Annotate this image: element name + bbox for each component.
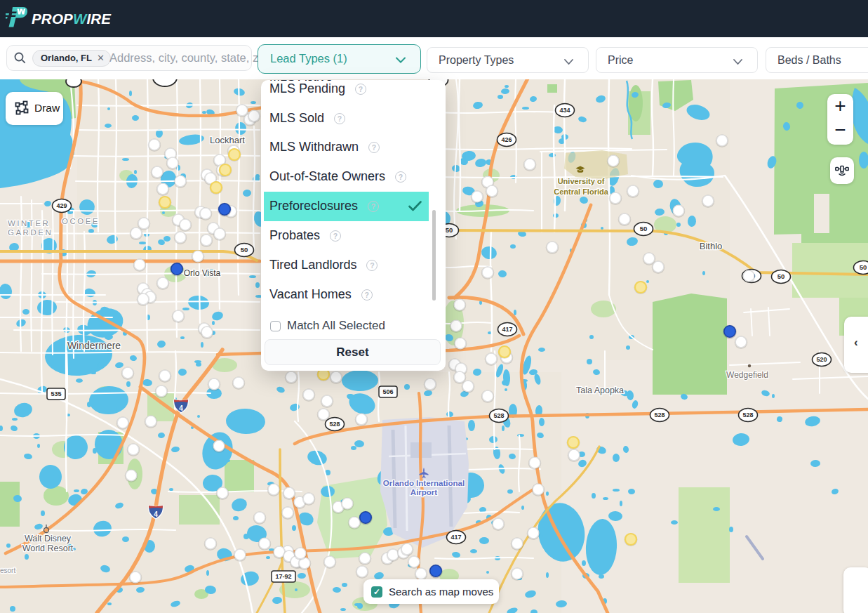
svg-text:Walt Disney: Walt Disney [25,534,72,543]
svg-text:50: 50 [241,246,248,253]
svg-text:50: 50 [777,272,785,280]
svg-text:Orlo Vista: Orlo Vista [184,268,221,278]
svg-text:528: 528 [329,421,340,428]
svg-text:OCOEE: OCOEE [62,217,100,225]
svg-text:University of: University of [558,177,605,185]
svg-text:429: 429 [56,202,67,209]
svg-text:Bithlo: Bithlo [700,241,723,251]
svg-text:50: 50 [640,225,648,232]
svg-text:520: 520 [816,356,827,363]
svg-text:GARDEN: GARDEN [8,228,53,237]
svg-text:535: 535 [51,390,61,397]
svg-text:528: 528 [654,411,665,418]
svg-text:Wedgefield: Wedgefield [726,370,768,380]
svg-text:Airport: Airport [410,488,438,496]
svg-text:Lockhart: Lockhart [210,135,245,145]
svg-text:Tala Apopka: Tala Apopka [576,385,624,395]
svg-text:434: 434 [559,107,570,114]
svg-text:426: 426 [501,136,512,143]
svg-text:esort: esort [0,567,15,574]
svg-text:WINTER: WINTER [8,219,50,228]
svg-text:Orlando International: Orlando International [383,479,465,487]
svg-text:4: 4 [154,510,158,518]
svg-text:Windermere: Windermere [67,340,121,351]
svg-text:50: 50 [446,226,453,234]
svg-text:528: 528 [742,411,753,418]
svg-text:528: 528 [493,412,504,419]
svg-text:50: 50 [860,263,867,271]
svg-text:417: 417 [450,534,461,541]
svg-text:417: 417 [502,326,512,333]
svg-text:4: 4 [179,404,183,412]
svg-text:17-92: 17-92 [275,573,291,580]
svg-text:Central Florida: Central Florida [554,187,609,196]
svg-text:506: 506 [382,388,393,395]
svg-text:World Resort: World Resort [22,543,74,553]
